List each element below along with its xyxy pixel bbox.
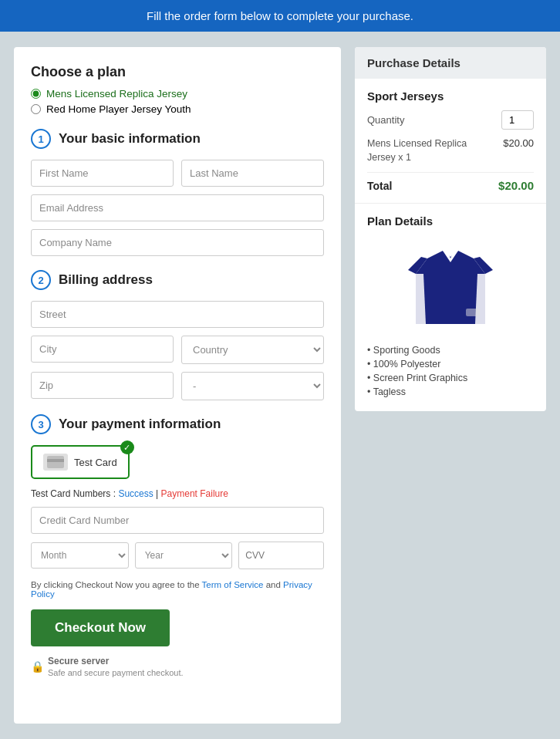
terms-text: By clicking Checkout Now you agree to th… <box>31 580 324 599</box>
feature-2: 100% Polyester <box>367 359 534 370</box>
secure-label: Secure server <box>48 656 184 666</box>
quantity-input[interactable] <box>501 110 534 130</box>
total-row: Total $20.00 <box>367 172 534 192</box>
jersey-svg <box>404 235 497 336</box>
credit-card-svg <box>47 456 64 468</box>
step-2-circle: 2 <box>31 270 51 290</box>
total-price: $20.00 <box>498 179 534 192</box>
cc-expiry-row: Month Year <box>31 542 324 569</box>
step-1-label: Your basic information <box>59 131 201 147</box>
street-input[interactable] <box>31 301 324 328</box>
street-field <box>31 301 324 328</box>
secure-sub: Safe and secure payment checkout. <box>48 668 184 677</box>
last-name-field <box>181 160 324 187</box>
cc-number-input[interactable] <box>31 507 324 534</box>
country-select[interactable]: Country <box>181 336 324 364</box>
test-card-numbers: Test Card Numbers : Success | Payment Fa… <box>31 488 324 499</box>
plan-details-section: Plan Details <box>355 204 546 411</box>
feature-1: Sporting Goods <box>367 345 534 356</box>
step-2-header: 2 Billing address <box>31 270 324 290</box>
plan-details-title: Plan Details <box>367 214 534 228</box>
item-row: Mens Licensed Replica Jersey x 1 $20.00 <box>367 137 534 164</box>
plan-label-1[interactable]: Mens Licensed Replica Jersey <box>46 88 187 100</box>
plan-label-2[interactable]: Red Home Player Jersey Youth <box>46 103 191 115</box>
banner-text: Fill the order form below to complete yo… <box>147 9 413 22</box>
month-select[interactable]: Month <box>31 542 129 569</box>
purchase-details-body: Sport Jerseys Quantity Mens Licensed Rep… <box>355 79 546 204</box>
country-field: Country <box>181 336 324 364</box>
company-row <box>31 229 324 256</box>
city-field <box>31 336 174 364</box>
cvv-input[interactable] <box>239 544 324 567</box>
plan-radio-2[interactable] <box>31 104 41 114</box>
check-badge: ✓ <box>120 440 134 454</box>
step-2-label: Billing address <box>59 272 153 288</box>
right-panel: Purchase Details Sport Jerseys Quantity … <box>355 47 546 411</box>
item-name: Mens Licensed Replica Jersey x 1 <box>367 137 475 164</box>
name-row <box>31 160 324 187</box>
cc-number-field <box>31 507 324 534</box>
step-3-circle: 3 <box>31 414 51 434</box>
feature-3: Screen Print Graphics <box>367 373 534 383</box>
city-country-row: Country <box>31 336 324 364</box>
step-3-header: 3 Your payment information <box>31 414 324 434</box>
step-1-circle: 1 <box>31 129 51 149</box>
plan-features: Sporting Goods 100% Polyester Screen Pri… <box>367 345 534 397</box>
plan-radio-1[interactable] <box>31 89 41 99</box>
left-panel: Choose a plan Mens Licensed Replica Jers… <box>14 47 341 724</box>
success-link[interactable]: Success <box>118 488 153 499</box>
company-input[interactable] <box>31 229 324 256</box>
feature-4: Tagless <box>367 386 534 397</box>
svg-rect-11 <box>466 309 480 316</box>
email-row <box>31 194 324 221</box>
jersey-image <box>367 235 534 336</box>
plan-option-2[interactable]: Red Home Player Jersey Youth <box>31 103 324 115</box>
street-row <box>31 301 324 328</box>
city-input[interactable] <box>31 336 174 363</box>
last-name-input[interactable] <box>181 160 324 187</box>
zip-state-row: - <box>31 372 324 400</box>
quantity-row: Quantity <box>367 110 534 130</box>
terms-middle: and <box>266 580 283 589</box>
svg-rect-1 <box>47 459 64 462</box>
plan-option-1[interactable]: Mens Licensed Replica Jersey <box>31 88 324 100</box>
choose-plan-title: Choose a plan <box>31 64 324 80</box>
payment-method-box[interactable]: Test Card ✓ <box>31 445 130 479</box>
zip-input[interactable] <box>31 372 174 399</box>
email-field <box>31 194 324 221</box>
total-label: Total <box>367 180 392 192</box>
first-name-input[interactable] <box>31 160 174 187</box>
state-field: - <box>181 372 324 400</box>
top-banner: Fill the order form below to complete yo… <box>0 0 560 32</box>
step-1-header: 1 Your basic information <box>31 129 324 149</box>
sport-jerseys-title: Sport Jerseys <box>367 89 534 103</box>
cc-number-row <box>31 507 324 534</box>
plan-options: Mens Licensed Replica Jersey Red Home Pl… <box>31 88 324 115</box>
purchase-details-header: Purchase Details <box>355 47 546 79</box>
failure-link[interactable]: Payment Failure <box>161 488 228 499</box>
test-card-prefix: Test Card Numbers : <box>31 488 118 499</box>
cvv-field <box>238 542 324 569</box>
step-3-label: Your payment information <box>59 417 221 432</box>
email-input[interactable] <box>31 194 324 221</box>
main-content: Choose a plan Mens Licensed Replica Jers… <box>0 32 560 739</box>
checkout-button[interactable]: Checkout Now <box>31 609 170 646</box>
secure-section: 🔒 Secure server Safe and secure payment … <box>31 656 324 677</box>
secure-info: Secure server Safe and secure payment ch… <box>48 656 184 677</box>
quantity-label: Quantity <box>367 114 404 126</box>
payment-method-label: Test Card <box>74 457 117 468</box>
first-name-field <box>31 160 174 187</box>
company-field <box>31 229 324 256</box>
page-wrapper: Fill the order form below to complete yo… <box>0 0 560 739</box>
terms-prefix: By clicking Checkout Now you agree to th… <box>31 580 202 589</box>
lock-icon: 🔒 <box>31 660 44 673</box>
year-select[interactable]: Year <box>135 542 233 569</box>
card-icon <box>43 454 68 471</box>
state-select[interactable]: - <box>181 372 324 400</box>
zip-field <box>31 372 174 400</box>
item-price: $20.00 <box>503 137 534 149</box>
tos-link[interactable]: Term of Service <box>202 580 264 589</box>
